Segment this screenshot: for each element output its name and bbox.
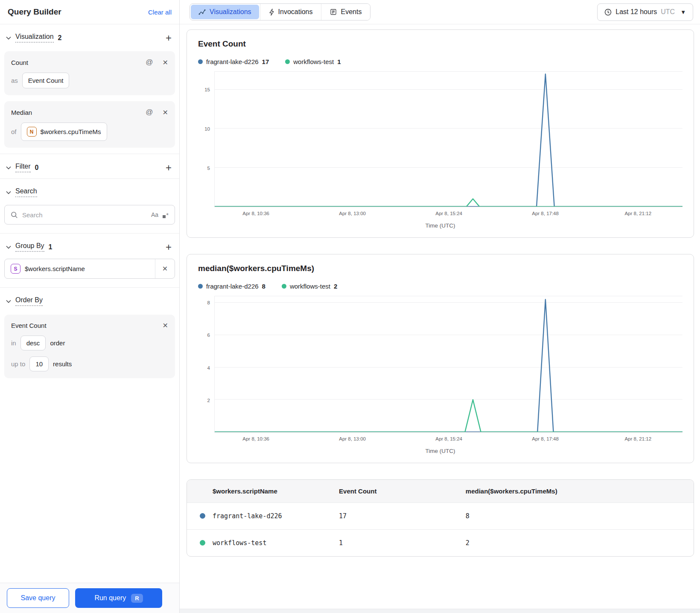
series-line-workflows-test <box>215 199 682 207</box>
group-by-item[interactable]: S $workers.scriptName ✕ <box>4 259 175 279</box>
results-table-card: $workers.scriptName Event Count median($… <box>187 479 694 557</box>
cell-median: 8 <box>466 503 694 530</box>
search-section-label: Search <box>15 187 37 197</box>
filter-count: 0 <box>35 164 39 172</box>
lightning-icon <box>269 9 274 16</box>
legend-item[interactable]: fragrant-lake-d226 8 <box>198 283 265 290</box>
search-input[interactable] <box>22 211 147 219</box>
table-body: fragrant-lake-d226178workflows-test12 <box>187 503 694 557</box>
caret-down-icon: ▼ <box>680 9 686 15</box>
visualization-count: 2 <box>58 34 62 42</box>
order-label: order <box>50 339 65 347</box>
visualization-section-header: Visualization 2 + <box>0 24 179 49</box>
remove-order-by-button[interactable]: ✕ <box>163 321 168 330</box>
sidebar-footer: Save query Run query R <box>0 583 179 613</box>
at-mention-icon[interactable]: @ <box>146 108 153 117</box>
in-label: in <box>11 339 16 347</box>
clock-icon <box>604 9 612 16</box>
app: Query Builder Clear all Visualization 2 … <box>0 0 700 613</box>
x-tick-label: Apr 8, 13:00 <box>339 211 366 216</box>
y-axis: 2468 <box>198 296 214 432</box>
main-area: Visualizations Invocations Events <box>180 0 700 613</box>
sidebar-header: Query Builder Clear all <box>0 0 179 24</box>
x-tick-label: Apr 8, 15:24 <box>435 436 462 441</box>
event-log-icon <box>330 9 337 15</box>
tab-visualizations[interactable]: Visualizations <box>191 5 259 19</box>
remove-group-by-button[interactable]: ✕ <box>155 259 175 278</box>
topbar: Visualizations Invocations Events <box>180 0 700 24</box>
group-by-count: 1 <box>49 243 52 251</box>
median-visualization-card: Median @ ✕ of N $workers.cpuTimeMs <box>4 101 175 148</box>
cell-event-count: 1 <box>339 530 466 557</box>
x-tick-label: Apr 8, 10:36 <box>242 436 269 441</box>
chevron-down-icon[interactable] <box>5 164 12 171</box>
event-count-alias-field[interactable]: Event Count <box>22 73 70 88</box>
group-by-section-header: Group By 1 + <box>0 234 179 258</box>
order-by-card: Event Count ✕ in desc order up to 10 res… <box>4 315 175 378</box>
legend-series-name: workflows-test <box>290 283 330 290</box>
x-axis: Apr 8, 10:36Apr 8, 13:00Apr 8, 15:24Apr … <box>214 207 682 218</box>
median-chart-card: median($workers.cpuTimeMs) fragrant-lake… <box>187 254 694 463</box>
series-line-fragrant-lake-d226 <box>215 300 682 432</box>
sort-direction-selector[interactable]: desc <box>20 336 46 350</box>
column-header-event-count: Event Count <box>339 480 466 503</box>
y-tick-label: 6 <box>207 333 210 338</box>
time-range-label: Last 12 hours <box>615 8 657 16</box>
plot-area[interactable] <box>214 71 682 207</box>
filter-section-label: Filter <box>15 163 31 172</box>
chevron-down-icon[interactable] <box>5 298 12 305</box>
save-query-button[interactable]: Save query <box>7 588 69 608</box>
at-mention-icon[interactable]: @ <box>146 58 153 67</box>
x-tick-label: Apr 8, 13:00 <box>339 436 366 441</box>
chevron-down-icon[interactable] <box>5 244 12 251</box>
run-query-button[interactable]: Run query R <box>75 588 162 608</box>
x-tick-label: Apr 8, 21:12 <box>624 211 651 216</box>
remove-median-button[interactable]: ✕ <box>163 108 168 117</box>
add-filter-button[interactable]: + <box>166 163 172 172</box>
tab-events[interactable]: Events <box>321 4 370 20</box>
legend-series-value: 17 <box>262 58 269 65</box>
x-axis-label: Time (UTC) <box>198 444 682 457</box>
legend-series-name: fragrant-lake-d226 <box>206 283 259 290</box>
legend-dot <box>285 59 290 64</box>
result-limit-field[interactable]: 10 <box>29 356 49 371</box>
event-count-chart-card: Event Count fragrant-lake-d226 17workflo… <box>187 29 694 238</box>
legend-series-value: 1 <box>337 58 341 65</box>
search-section-header: Search <box>0 179 179 203</box>
add-group-by-button[interactable]: + <box>166 243 172 251</box>
x-tick-label: Apr 8, 21:12 <box>624 436 651 441</box>
chart-title: Event Count <box>198 39 682 49</box>
visualization-section-label: Visualization <box>15 33 54 43</box>
time-range-selector[interactable]: Last 12 hours UTC ▼ <box>597 3 693 21</box>
x-tick-label: Apr 8, 10:36 <box>242 211 269 216</box>
table-row[interactable]: fragrant-lake-d226178 <box>187 503 694 530</box>
table-row[interactable]: workflows-test12 <box>187 530 694 557</box>
order-by-section-header: Order By <box>0 288 179 312</box>
cell-script-name: fragrant-lake-d226 <box>213 512 282 520</box>
chevron-down-icon[interactable] <box>5 35 12 41</box>
legend-item[interactable]: workflows-test 1 <box>285 58 341 65</box>
legend-series-value: 8 <box>262 283 265 290</box>
count-visualization-card: Count @ ✕ as Event Count <box>4 51 175 95</box>
regex-icon[interactable]: * <box>163 211 169 219</box>
clear-all-link[interactable]: Clear all <box>148 9 172 16</box>
tab-invocations[interactable]: Invocations <box>260 4 321 20</box>
match-case-icon[interactable]: Aa <box>151 211 158 218</box>
median-field-selector[interactable]: N $workers.cpuTimeMs <box>21 123 107 141</box>
cell-event-count: 17 <box>339 503 466 530</box>
query-builder-sidebar: Query Builder Clear all Visualization 2 … <box>0 0 180 613</box>
count-card-title: Count <box>11 59 28 66</box>
page-title: Query Builder <box>8 7 61 17</box>
legend-item[interactable]: fragrant-lake-d226 17 <box>198 58 269 65</box>
remove-count-button[interactable]: ✕ <box>163 58 168 67</box>
y-tick-label: 15 <box>204 87 210 92</box>
plot-area[interactable] <box>214 296 682 432</box>
cell-median: 2 <box>466 530 694 557</box>
legend-item[interactable]: workflows-test 2 <box>282 283 337 290</box>
x-tick-label: Apr 8, 17:48 <box>532 436 559 441</box>
chevron-down-icon[interactable] <box>5 189 12 196</box>
results-table: $workers.scriptName Event Count median($… <box>187 480 694 556</box>
x-axis: Apr 8, 10:36Apr 8, 13:00Apr 8, 15:24Apr … <box>214 432 682 444</box>
add-visualization-button[interactable]: + <box>166 34 172 42</box>
y-tick-label: 10 <box>204 126 210 131</box>
